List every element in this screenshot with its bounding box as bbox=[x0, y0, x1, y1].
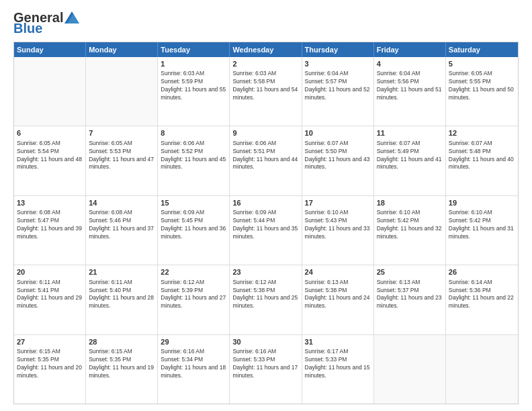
day-info: Sunrise: 6:05 AM Sunset: 5:54 PM Dayligh… bbox=[17, 140, 83, 172]
day-info: Sunrise: 6:03 AM Sunset: 5:59 PM Dayligh… bbox=[161, 70, 226, 102]
day-info: Sunrise: 6:16 AM Sunset: 5:34 PM Dayligh… bbox=[161, 348, 226, 380]
calendar-cell: 15Sunrise: 6:09 AM Sunset: 5:45 PM Dayli… bbox=[158, 196, 230, 265]
calendar-cell: 5Sunrise: 6:05 AM Sunset: 5:55 PM Daylig… bbox=[446, 57, 518, 126]
day-number: 27 bbox=[17, 337, 83, 347]
day-info: Sunrise: 6:04 AM Sunset: 5:56 PM Dayligh… bbox=[377, 70, 443, 102]
day-number: 22 bbox=[161, 267, 226, 277]
day-info: Sunrise: 6:11 AM Sunset: 5:40 PM Dayligh… bbox=[89, 279, 154, 311]
calendar-cell: 6Sunrise: 6:05 AM Sunset: 5:54 PM Daylig… bbox=[14, 126, 86, 195]
day-info: Sunrise: 6:09 AM Sunset: 5:45 PM Dayligh… bbox=[161, 209, 226, 241]
calendar-cell: 27Sunrise: 6:15 AM Sunset: 5:35 PM Dayli… bbox=[14, 335, 86, 404]
day-number: 23 bbox=[232, 267, 298, 277]
header: General Blue bbox=[13, 11, 519, 35]
day-info: Sunrise: 6:05 AM Sunset: 5:53 PM Dayligh… bbox=[89, 140, 154, 172]
page: General Blue SundayMondayTuesdayWednesda… bbox=[0, 0, 532, 411]
calendar-cell: 18Sunrise: 6:10 AM Sunset: 5:42 PM Dayli… bbox=[374, 196, 446, 265]
day-number: 5 bbox=[449, 59, 515, 69]
day-number: 31 bbox=[305, 337, 371, 347]
day-info: Sunrise: 6:13 AM Sunset: 5:37 PM Dayligh… bbox=[377, 279, 443, 311]
day-info: Sunrise: 6:06 AM Sunset: 5:51 PM Dayligh… bbox=[232, 140, 298, 172]
calendar-cell bbox=[86, 57, 158, 126]
day-number: 29 bbox=[161, 337, 226, 347]
weekday-header: Saturday bbox=[446, 42, 518, 57]
calendar-cell bbox=[446, 335, 518, 404]
day-number: 14 bbox=[89, 198, 154, 208]
calendar-cell: 10Sunrise: 6:07 AM Sunset: 5:50 PM Dayli… bbox=[302, 126, 374, 195]
weekday-header: Sunday bbox=[14, 42, 86, 57]
day-info: Sunrise: 6:17 AM Sunset: 5:33 PM Dayligh… bbox=[305, 348, 371, 380]
day-number: 20 bbox=[17, 267, 83, 277]
day-number: 7 bbox=[89, 128, 154, 138]
day-info: Sunrise: 6:14 AM Sunset: 5:36 PM Dayligh… bbox=[449, 279, 515, 311]
day-number: 24 bbox=[305, 267, 371, 277]
logo: General Blue bbox=[13, 11, 79, 35]
weekday-header: Monday bbox=[86, 42, 158, 57]
calendar-cell: 8Sunrise: 6:06 AM Sunset: 5:52 PM Daylig… bbox=[158, 126, 230, 195]
calendar-row: 6Sunrise: 6:05 AM Sunset: 5:54 PM Daylig… bbox=[14, 126, 518, 195]
calendar: SundayMondayTuesdayWednesdayThursdayFrid… bbox=[13, 42, 519, 404]
day-info: Sunrise: 6:07 AM Sunset: 5:50 PM Dayligh… bbox=[305, 140, 371, 172]
calendar-cell: 21Sunrise: 6:11 AM Sunset: 5:40 PM Dayli… bbox=[86, 265, 158, 334]
calendar-cell: 19Sunrise: 6:10 AM Sunset: 5:42 PM Dayli… bbox=[446, 196, 518, 265]
day-number: 9 bbox=[232, 128, 298, 138]
day-number: 1 bbox=[161, 59, 226, 69]
day-info: Sunrise: 6:08 AM Sunset: 5:47 PM Dayligh… bbox=[17, 209, 83, 241]
day-info: Sunrise: 6:10 AM Sunset: 5:42 PM Dayligh… bbox=[449, 209, 515, 241]
calendar-cell: 16Sunrise: 6:09 AM Sunset: 5:44 PM Dayli… bbox=[230, 196, 302, 265]
calendar-cell: 13Sunrise: 6:08 AM Sunset: 5:47 PM Dayli… bbox=[14, 196, 86, 265]
calendar-row: 13Sunrise: 6:08 AM Sunset: 5:47 PM Dayli… bbox=[14, 195, 518, 265]
day-number: 21 bbox=[89, 267, 154, 277]
calendar-cell: 22Sunrise: 6:12 AM Sunset: 5:39 PM Dayli… bbox=[158, 265, 230, 334]
calendar-cell: 2Sunrise: 6:03 AM Sunset: 5:58 PM Daylig… bbox=[230, 57, 302, 126]
day-info: Sunrise: 6:12 AM Sunset: 5:39 PM Dayligh… bbox=[161, 279, 226, 311]
day-number: 26 bbox=[449, 267, 515, 277]
day-info: Sunrise: 6:11 AM Sunset: 5:41 PM Dayligh… bbox=[17, 279, 83, 311]
weekday-header: Friday bbox=[374, 42, 446, 57]
calendar-cell: 1Sunrise: 6:03 AM Sunset: 5:59 PM Daylig… bbox=[158, 57, 230, 126]
calendar-cell: 26Sunrise: 6:14 AM Sunset: 5:36 PM Dayli… bbox=[446, 265, 518, 334]
weekday-header: Tuesday bbox=[158, 42, 230, 57]
day-info: Sunrise: 6:03 AM Sunset: 5:58 PM Dayligh… bbox=[232, 70, 298, 102]
day-info: Sunrise: 6:16 AM Sunset: 5:33 PM Dayligh… bbox=[232, 348, 298, 380]
day-number: 6 bbox=[17, 128, 83, 138]
calendar-cell: 29Sunrise: 6:16 AM Sunset: 5:34 PM Dayli… bbox=[158, 335, 230, 404]
calendar-cell: 17Sunrise: 6:10 AM Sunset: 5:43 PM Dayli… bbox=[302, 196, 374, 265]
day-info: Sunrise: 6:09 AM Sunset: 5:44 PM Dayligh… bbox=[232, 209, 298, 241]
calendar-row: 1Sunrise: 6:03 AM Sunset: 5:59 PM Daylig… bbox=[14, 57, 518, 126]
day-number: 19 bbox=[449, 198, 515, 208]
calendar-header: SundayMondayTuesdayWednesdayThursdayFrid… bbox=[14, 42, 518, 57]
calendar-cell: 23Sunrise: 6:12 AM Sunset: 5:38 PM Dayli… bbox=[230, 265, 302, 334]
calendar-cell: 31Sunrise: 6:17 AM Sunset: 5:33 PM Dayli… bbox=[302, 335, 374, 404]
day-info: Sunrise: 6:07 AM Sunset: 5:49 PM Dayligh… bbox=[377, 140, 443, 172]
calendar-cell: 28Sunrise: 6:15 AM Sunset: 5:35 PM Dayli… bbox=[86, 335, 158, 404]
day-number: 15 bbox=[161, 198, 226, 208]
calendar-cell: 9Sunrise: 6:06 AM Sunset: 5:51 PM Daylig… bbox=[230, 126, 302, 195]
calendar-cell: 3Sunrise: 6:04 AM Sunset: 5:57 PM Daylig… bbox=[302, 57, 374, 126]
calendar-row: 27Sunrise: 6:15 AM Sunset: 5:35 PM Dayli… bbox=[14, 334, 518, 404]
calendar-body: 1Sunrise: 6:03 AM Sunset: 5:59 PM Daylig… bbox=[14, 57, 518, 404]
day-number: 3 bbox=[305, 59, 371, 69]
calendar-row: 20Sunrise: 6:11 AM Sunset: 5:41 PM Dayli… bbox=[14, 265, 518, 334]
day-number: 12 bbox=[449, 128, 515, 138]
day-info: Sunrise: 6:10 AM Sunset: 5:43 PM Dayligh… bbox=[305, 209, 371, 241]
day-info: Sunrise: 6:06 AM Sunset: 5:52 PM Dayligh… bbox=[161, 140, 226, 172]
calendar-cell: 12Sunrise: 6:07 AM Sunset: 5:48 PM Dayli… bbox=[446, 126, 518, 195]
calendar-cell: 7Sunrise: 6:05 AM Sunset: 5:53 PM Daylig… bbox=[86, 126, 158, 195]
day-number: 25 bbox=[377, 267, 443, 277]
day-number: 16 bbox=[232, 198, 298, 208]
day-info: Sunrise: 6:15 AM Sunset: 5:35 PM Dayligh… bbox=[89, 348, 154, 380]
day-info: Sunrise: 6:08 AM Sunset: 5:46 PM Dayligh… bbox=[89, 209, 154, 241]
calendar-cell: 20Sunrise: 6:11 AM Sunset: 5:41 PM Dayli… bbox=[14, 265, 86, 334]
day-info: Sunrise: 6:15 AM Sunset: 5:35 PM Dayligh… bbox=[17, 348, 83, 380]
calendar-cell bbox=[374, 335, 446, 404]
day-info: Sunrise: 6:10 AM Sunset: 5:42 PM Dayligh… bbox=[377, 209, 443, 241]
day-info: Sunrise: 6:12 AM Sunset: 5:38 PM Dayligh… bbox=[232, 279, 298, 311]
day-number: 8 bbox=[161, 128, 226, 138]
weekday-header: Wednesday bbox=[230, 42, 302, 57]
day-info: Sunrise: 6:05 AM Sunset: 5:55 PM Dayligh… bbox=[449, 70, 515, 102]
calendar-cell: 25Sunrise: 6:13 AM Sunset: 5:37 PM Dayli… bbox=[374, 265, 446, 334]
logo-blue-text: Blue bbox=[13, 21, 79, 35]
calendar-cell: 14Sunrise: 6:08 AM Sunset: 5:46 PM Dayli… bbox=[86, 196, 158, 265]
day-number: 2 bbox=[232, 59, 298, 69]
day-number: 18 bbox=[377, 198, 443, 208]
